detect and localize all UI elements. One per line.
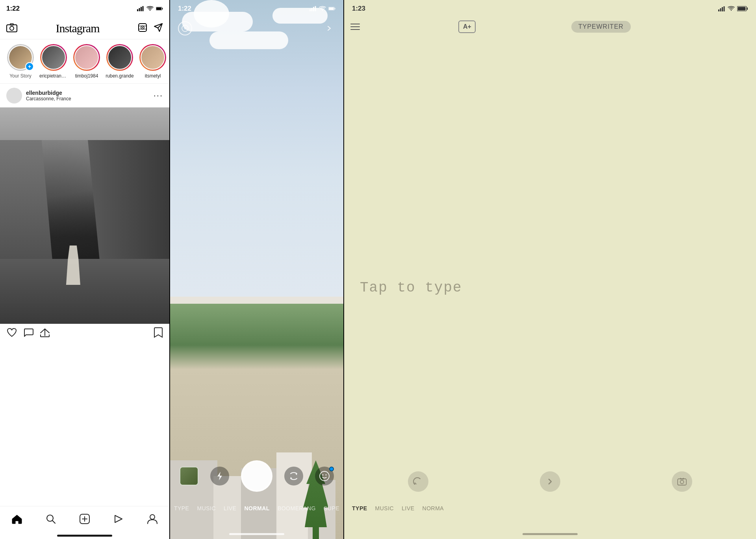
eric-story-wrap	[40, 44, 67, 71]
home-indicator-phone2	[229, 533, 284, 535]
eric-avatar	[41, 45, 66, 70]
nav-profile[interactable]	[144, 510, 161, 528]
forward-icon[interactable]	[323, 22, 335, 35]
nav-search[interactable]	[42, 510, 59, 528]
mode-live[interactable]: LIVE	[224, 505, 236, 511]
svg-rect-33	[718, 9, 719, 11]
bw-castle-scene	[0, 107, 169, 324]
post-actions-bar	[0, 324, 169, 343]
flash-bolt-icon[interactable]	[210, 467, 229, 485]
typewriter-style-pill[interactable]: TYPEWRITER	[571, 21, 631, 33]
wifi-icon-phone1	[146, 5, 154, 12]
timbo-avatar	[74, 45, 99, 70]
type-mode-live[interactable]: LIVE	[402, 505, 414, 511]
battery-icon-phone2	[328, 5, 335, 12]
story-item-eric[interactable]: ericpietrang...	[39, 44, 68, 79]
svg-rect-2	[141, 7, 142, 11]
flash-icon[interactable]	[178, 21, 192, 35]
svg-rect-1	[139, 8, 140, 11]
type-mode-music[interactable]: MUSIC	[375, 505, 394, 511]
notification-dot	[329, 467, 334, 471]
menu-icon[interactable]	[350, 20, 363, 33]
camera-viewfinder[interactable]	[170, 0, 343, 539]
home-indicator-phone1	[57, 535, 112, 537]
like-icon[interactable]	[6, 327, 17, 339]
tap-to-type-text: Tap to type	[360, 280, 462, 296]
add-story-button[interactable]: +	[25, 62, 34, 71]
tap-to-type-area[interactable]: Tap to type	[344, 36, 756, 539]
font-select-label: A+	[463, 23, 471, 30]
share-icon[interactable]	[39, 327, 50, 339]
nav-reels[interactable]	[110, 510, 127, 528]
font-select-button[interactable]: A+	[458, 20, 476, 33]
type-story-modes: TYPE MUSIC LIVE NORMA	[344, 501, 756, 515]
ground	[0, 259, 169, 324]
figure-silhouette	[64, 246, 82, 285]
your-story-avatar-wrap: +	[7, 44, 34, 71]
instagram-logo: Instagram	[56, 22, 100, 35]
post-user-avatar[interactable]	[6, 88, 22, 103]
header-action-icons	[138, 23, 163, 34]
reels-icon[interactable]	[138, 23, 147, 34]
battery-icon-phone3	[737, 6, 748, 11]
mode-boomerang[interactable]: BOOMERANG	[278, 505, 316, 511]
emoji-face-icon[interactable]	[315, 467, 334, 485]
flip-camera-icon[interactable]	[284, 467, 303, 485]
post-location: Carcassonne, France	[26, 96, 71, 102]
story-item-ruben[interactable]: ruben.grande	[106, 44, 134, 79]
svg-rect-7	[7, 25, 17, 32]
story-item-your-story[interactable]: + Your Story	[6, 44, 35, 79]
story-item-itsmety[interactable]: itsmetyl	[139, 44, 167, 79]
signal-icon-phone2	[309, 5, 317, 12]
nav-home[interactable]	[8, 510, 26, 528]
signal-icon-phone3	[718, 6, 725, 11]
camera-icon[interactable]	[6, 23, 17, 34]
svg-rect-34	[720, 8, 721, 11]
your-story-label: Your Story	[9, 73, 32, 79]
status-icons-phone2	[309, 5, 335, 12]
camera-switch-button[interactable]	[672, 471, 692, 492]
home-indicator-phone3	[523, 533, 578, 535]
railing	[170, 297, 343, 304]
svg-rect-0	[137, 9, 138, 11]
figure	[64, 246, 82, 285]
sky-scene	[170, 0, 343, 297]
phone1-instagram-feed: 1:22	[0, 0, 169, 539]
type-mode-normal[interactable]: NORMA	[422, 505, 444, 511]
battery-icon-phone1	[156, 5, 163, 12]
time-phone3: 1:23	[352, 5, 365, 13]
mode-type[interactable]: TYPE	[174, 505, 189, 511]
mode-music[interactable]: MUSIC	[197, 505, 216, 511]
forward-next-button[interactable]	[540, 471, 560, 492]
svg-rect-22	[311, 8, 313, 11]
more-options-icon[interactable]: ···	[154, 90, 163, 101]
post-username: ellenburbidge	[26, 90, 71, 96]
svg-rect-23	[313, 7, 314, 11]
svg-point-41	[680, 480, 684, 484]
bookmark-icon[interactable]	[154, 327, 163, 340]
svg-point-8	[10, 26, 14, 30]
type-mode-type[interactable]: TYPE	[352, 505, 367, 511]
bottom-nav	[0, 506, 169, 539]
time-phone1: 1:22	[6, 5, 20, 13]
signal-icon-phone1	[137, 5, 144, 12]
svg-point-20	[150, 515, 155, 519]
mode-normal[interactable]: NORMAL	[244, 505, 269, 511]
wifi-icon-phone2	[319, 5, 326, 12]
feed-post: ellenburbidge Carcassonne, France ···	[0, 84, 169, 343]
comment-icon[interactable]	[23, 327, 34, 339]
story-item-timbo[interactable]: timboj1984	[72, 44, 101, 79]
ruben-story-wrap	[106, 44, 133, 71]
shutter-button[interactable]	[241, 460, 272, 492]
messenger-icon[interactable]	[154, 23, 163, 34]
mode-super[interactable]: SUPE	[324, 505, 339, 511]
instagram-header: Instagram	[0, 17, 169, 39]
time-phone2: 1:22	[178, 5, 191, 13]
itsmety-avatar	[141, 45, 165, 70]
svg-rect-6	[156, 7, 161, 10]
type-story-bottom-controls	[344, 471, 756, 492]
nav-create[interactable]	[76, 510, 93, 528]
rotate-back-button[interactable]	[408, 471, 428, 492]
svg-point-31	[322, 474, 324, 476]
gallery-thumbnail[interactable]	[180, 467, 198, 485]
